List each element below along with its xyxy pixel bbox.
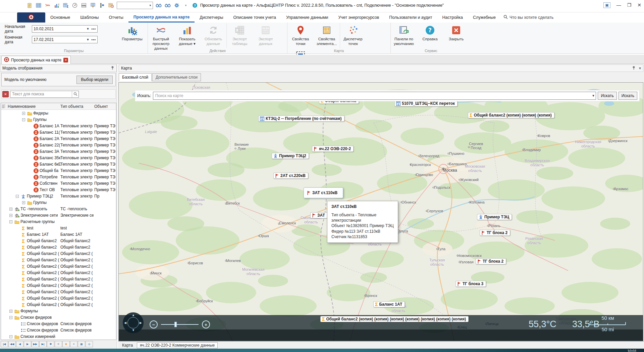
pan-down-icon[interactable]: ▼ — [132, 328, 135, 332]
map-marker[interactable]: ЗАТ — [310, 212, 328, 218]
tree-row[interactable]: −Пример ТЭЦ2Тепловые электрПр — [1, 193, 116, 200]
tree-row[interactable]: ΣОбщий баТепловые электрПример ТЭ — [1, 168, 116, 174]
chart-cross-icon[interactable] — [44, 2, 51, 9]
grid-layout-button[interactable]: ▦ — [78, 341, 85, 347]
tree-row[interactable]: ΣБаланс 35кТепловые электрПример ТЭ — [1, 155, 116, 161]
minimize-button[interactable]: — — [616, 2, 621, 8]
zoom-slider[interactable] — [161, 324, 199, 325]
tree-row[interactable]: Список фидеровСписок фидеров — [1, 327, 116, 334]
xml-export-icon[interactable]: XML — [80, 2, 87, 9]
map-search-input[interactable]: Поиск на карте ▼ — [153, 92, 596, 100]
ribbon-tab-отчеты[interactable]: Отчеты — [104, 12, 128, 23]
tree-row[interactable]: ΣОбщий баланс2 (Общий баланс2 ( — [1, 251, 116, 257]
zoom-slider-handle[interactable] — [174, 322, 177, 327]
maximize-button[interactable]: ❐ — [627, 2, 632, 8]
tree-row[interactable]: +Группы — [1, 200, 116, 206]
ribbon-tab-служебные[interactable]: Служебные — [468, 12, 501, 23]
expand-icon[interactable]: + — [22, 112, 25, 115]
tree-row[interactable]: ΣСобственТепловые электрПример ТЭ — [1, 180, 116, 187]
tree-row[interactable]: ΣОбщий баланс2Общий баланс2 — [1, 238, 116, 244]
collapse-icon[interactable]: − — [22, 118, 25, 121]
tree-row[interactable]: ΣОбщий баланс2 (Общий баланс2 ( — [1, 270, 116, 276]
tree-row[interactable]: −Расчетные группы — [1, 219, 116, 225]
ribbon-button-диспетчер-точек[interactable]: Диспетчер точек — [340, 23, 366, 48]
prev-page-button[interactable]: ◀◀ — [8, 341, 16, 347]
end-date-field[interactable]: 17.02.2021 ▼ ••• — [32, 36, 98, 43]
clear-search-button[interactable]: ✕ — [2, 91, 9, 97]
close-tab-icon[interactable]: ✕ — [63, 58, 68, 62]
insert-record-button[interactable]: ✱ — [47, 341, 54, 347]
date-more-button[interactable]: ••• — [91, 27, 96, 31]
signal-levels-icon[interactable] — [99, 2, 105, 9]
map-layer-tab-базовый-слой[interactable]: Базовый слой — [119, 73, 152, 81]
next-record-button[interactable]: ▶ — [24, 341, 31, 347]
map-marker[interactable]: Пример ТЭЦ — [477, 214, 512, 220]
ribbon-button-панели-по-умолчанию[interactable]: Панели по умолчанию — [391, 23, 417, 48]
column-type[interactable]: Тип объекта — [60, 104, 83, 109]
ribbon-tab-диспетчеры[interactable]: Диспетчеры — [195, 12, 228, 23]
gear-dropdown-icon[interactable]: ▾ — [182, 2, 189, 9]
prev-record-button[interactable]: ◀ — [16, 341, 23, 347]
map-marker[interactable]: ΣБаланс 1АТ — [373, 301, 405, 307]
pin-icon[interactable] — [111, 66, 114, 71]
ribbon-tab-описание-точек-учета[interactable]: Описание точек учета — [228, 12, 281, 23]
ribbon-tab-просмотр-данных-на-карте[interactable]: Просмотр данных на карте — [128, 12, 195, 23]
ribbon-tab-пользователи-и-аудит[interactable]: Пользователи и аудит — [384, 12, 437, 23]
settings-gear-icon[interactable] — [173, 2, 180, 9]
tree-row[interactable]: ΣБаланс 1АТБаланс 1АТ — [1, 231, 116, 238]
ribbon-tab-настройка[interactable]: Настройка — [437, 12, 468, 23]
zoom-out-button[interactable]: − — [150, 320, 158, 328]
ribbon-button-свойства-точки[interactable]: Свойства точки — [287, 23, 314, 48]
expand-icon[interactable]: + — [9, 214, 12, 217]
search-button-1[interactable]: Искать — [598, 92, 616, 100]
ribbon-tab-управление-данными[interactable]: Управление данными — [281, 12, 333, 23]
params-button[interactable]: Параметры — [119, 23, 145, 48]
dropdown-arrow-icon[interactable]: ▼ — [591, 94, 596, 97]
pan-up-icon[interactable]: ▲ — [132, 313, 135, 317]
expand-icon[interactable]: + — [9, 208, 12, 211]
bottom-tab-map[interactable]: Карта — [119, 343, 136, 348]
table-icon[interactable] — [35, 2, 42, 9]
column-object[interactable]: Объект — [94, 104, 108, 109]
filter-button[interactable]: ▼ — [62, 341, 70, 347]
collapse-icon[interactable]: − — [9, 335, 12, 338]
dropdown-arrow-icon[interactable]: ▼ — [87, 27, 90, 31]
tree-row[interactable]: Σtesttest — [1, 225, 116, 231]
column-name[interactable]: Наименование — [8, 104, 36, 109]
tellme-box[interactable]: Что вы хотите сделать — [501, 12, 553, 23]
collapse-icon[interactable]: − — [9, 220, 12, 223]
insert-record-disabled-button[interactable]: ✱ — [55, 341, 62, 347]
map-marker[interactable]: ТГ блока 3 — [455, 281, 486, 287]
map-marker[interactable]: ΣОбщий баланс2 (копия) (копия) (копия) (… — [320, 316, 469, 322]
map-marker[interactable]: КТЭЦ-2 -- Потребление (по счётчикам) — [258, 116, 344, 122]
tree-row[interactable]: ΣБаланс 3АТепловые электрПример ТЭ — [1, 148, 116, 155]
document-tab[interactable]: Просмотр данных на карте ✕ — [1, 56, 71, 64]
map-marker[interactable]: 2АТ ст.220кВ — [273, 173, 308, 179]
tree-header[interactable]: Наименование Тип объекта Объект — [1, 103, 116, 110]
bar-chart-icon[interactable]: Σ — [53, 2, 60, 9]
table-sum-icon[interactable]: Σ — [62, 2, 69, 9]
first-record-button[interactable]: |◀ — [1, 341, 8, 347]
find-next-binoculars-icon[interactable] — [164, 2, 171, 9]
tree-menu-icon[interactable] — [2, 104, 5, 109]
tree-row[interactable]: ΣОбщий баланс2 (Общий баланс2 ( — [1, 276, 116, 282]
tree-row[interactable]: +Фидеры — [1, 110, 116, 117]
help-icon[interactable]: ? — [192, 2, 198, 9]
pan-right-icon[interactable]: ▶ — [140, 321, 142, 324]
column-filter-icon[interactable] — [90, 2, 96, 9]
tree-row[interactable]: ΣТест ОВТепловые электрПример ТЭ — [1, 187, 116, 193]
tree-row[interactable]: ΣБаланс 6кЕТепловые электрПример ТЭ — [1, 161, 116, 168]
ribbon-tab-основные[interactable]: Основные — [45, 12, 75, 23]
tree-row[interactable]: +ТС -теплосетьТС -теплосеть — [1, 206, 116, 212]
ribbon-button-свойства-элемента-[interactable]: Свойства элемента... — [314, 23, 340, 48]
tree-row[interactable]: ΣБаланс 2АТепловые электрПример ТЭ — [1, 136, 116, 142]
dropdown-arrow-icon[interactable]: ▼ — [87, 38, 90, 41]
collapse-icon[interactable]: − — [16, 195, 19, 198]
tree-row[interactable]: ΣОбщий баланс2 (Общий баланс2 ( — [1, 289, 116, 295]
tree-row[interactable]: ΣОбщий баланс2 (Общий баланс2 ( — [1, 257, 116, 263]
collapse-icon[interactable]: − — [9, 316, 12, 319]
ribbon-button-быстрый-просмотр-данных[interactable]: Быстрый просмотр данных — [148, 23, 174, 48]
post-edit-button[interactable]: ≡ — [70, 341, 77, 347]
map-pan-control[interactable]: ▲ ▼ ◀ ▶ — [123, 312, 144, 333]
ribbon-tab-шаблоны[interactable]: Шаблоны — [75, 12, 104, 23]
